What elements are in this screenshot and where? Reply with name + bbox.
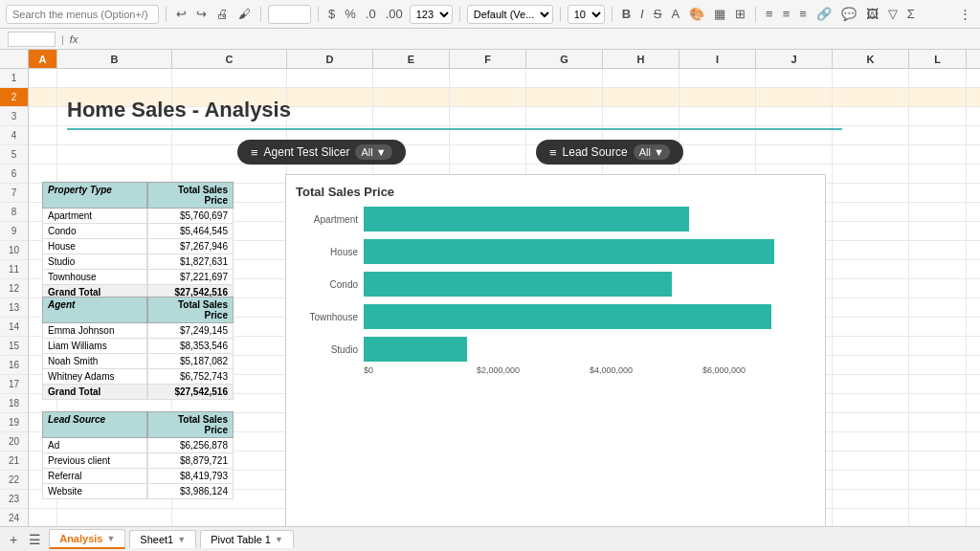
- grid-row-17[interactable]: [29, 375, 980, 394]
- cell-1-col-d[interactable]: [287, 69, 373, 87]
- cell-20-col-l[interactable]: [909, 432, 967, 451]
- cell-3-col-e[interactable]: [373, 107, 450, 125]
- tab-pivot-dropdown[interactable]: ▼: [275, 535, 283, 544]
- grid-row-6[interactable]: [29, 165, 980, 184]
- cell-10-col-k[interactable]: [833, 241, 909, 259]
- cell-1-col-b[interactable]: [57, 69, 172, 87]
- cell-23-col-f[interactable]: [450, 490, 526, 508]
- cell-14-col-l[interactable]: [909, 318, 967, 336]
- cell-16-col-l[interactable]: [909, 356, 967, 374]
- cell-1-col-g[interactable]: [526, 69, 603, 87]
- cell-16-col-h[interactable]: [603, 356, 679, 374]
- cell-16-col-j[interactable]: [756, 356, 833, 374]
- cell-15-col-g[interactable]: [526, 337, 603, 355]
- cell-9-col-c[interactable]: [172, 222, 287, 240]
- cell-9-col-h[interactable]: [603, 222, 679, 240]
- cell-13-col-b[interactable]: [57, 298, 172, 317]
- cell-17-col-h[interactable]: [603, 375, 679, 393]
- cell-2-col-e[interactable]: [373, 88, 450, 106]
- add-sheet-button[interactable]: +: [6, 530, 21, 549]
- cell-21-col-a[interactable]: [29, 452, 57, 470]
- cell-14-col-b[interactable]: [57, 318, 172, 336]
- cell-22-col-b[interactable]: [57, 471, 172, 489]
- cell-4-col-a[interactable]: [29, 126, 57, 144]
- font-color-button[interactable]: A: [668, 5, 682, 23]
- cell-23-col-d[interactable]: [287, 490, 373, 508]
- cell-12-col-h[interactable]: [603, 279, 679, 298]
- cell-3-col-d[interactable]: [287, 107, 373, 125]
- font-size-select[interactable]: 10: [568, 5, 605, 24]
- lead-source-slicer-button[interactable]: ≡ Lead Source All ▼: [536, 140, 683, 165]
- cell-6-col-a[interactable]: [29, 165, 57, 183]
- cell-7-col-k[interactable]: [833, 184, 909, 202]
- cell-7-col-j[interactable]: [756, 184, 833, 202]
- cell-13-col-j[interactable]: [756, 298, 833, 317]
- cell-7-col-e[interactable]: [373, 184, 450, 202]
- cell-17-col-i[interactable]: [679, 375, 756, 393]
- grid-row-4[interactable]: [29, 126, 980, 145]
- cell-3-col-l[interactable]: [909, 107, 967, 125]
- tab-analysis[interactable]: Analysis ▼: [49, 529, 125, 549]
- grid-row-14[interactable]: [29, 318, 980, 337]
- cell-3-col-k[interactable]: [833, 107, 909, 125]
- grid-row-11[interactable]: [29, 260, 980, 279]
- grid-row-16[interactable]: [29, 356, 980, 375]
- cell-19-col-h[interactable]: [603, 413, 679, 431]
- cell-11-col-e[interactable]: [373, 260, 450, 278]
- merge-button[interactable]: ⊞: [732, 5, 748, 23]
- cell-19-col-e[interactable]: [373, 413, 450, 431]
- cell-15-col-b[interactable]: [57, 337, 172, 355]
- cell-1-col-h[interactable]: [603, 69, 679, 87]
- undo-button[interactable]: ↩: [173, 5, 189, 23]
- decimal-dec-button[interactable]: .0: [363, 5, 379, 23]
- cell-20-col-b[interactable]: [57, 432, 172, 451]
- grid-row-21[interactable]: [29, 452, 980, 471]
- cell-7-col-l[interactable]: [909, 184, 967, 202]
- cell-6-col-h[interactable]: [603, 165, 679, 183]
- col-header-l[interactable]: L: [909, 50, 967, 68]
- cell-9-col-e[interactable]: [373, 222, 450, 240]
- cell-3-col-f[interactable]: [450, 107, 526, 125]
- cell-14-col-g[interactable]: [526, 318, 603, 336]
- more-button[interactable]: ⋮: [956, 5, 974, 23]
- cell-8-col-f[interactable]: [450, 203, 526, 221]
- cell-1-col-c[interactable]: [172, 69, 287, 87]
- grid-row-3[interactable]: [29, 107, 980, 126]
- cell-16-col-i[interactable]: [679, 356, 756, 374]
- cell-16-col-b[interactable]: [57, 356, 172, 374]
- cell-19-col-g[interactable]: [526, 413, 603, 431]
- comment-button[interactable]: 💬: [838, 5, 859, 23]
- cell-13-col-g[interactable]: [526, 298, 603, 317]
- cell-15-col-h[interactable]: [603, 337, 679, 355]
- cell-3-col-c[interactable]: [172, 107, 287, 125]
- bold-button[interactable]: B: [619, 5, 634, 23]
- grid-row-13[interactable]: [29, 298, 980, 318]
- cell-14-col-h[interactable]: [603, 318, 679, 336]
- cell-19-col-b[interactable]: [57, 413, 172, 431]
- cell-3-col-j[interactable]: [756, 107, 833, 125]
- cell-8-col-b[interactable]: [57, 203, 172, 221]
- grid-row-9[interactable]: [29, 222, 980, 241]
- cell-10-col-l[interactable]: [909, 241, 967, 259]
- grid-row-22[interactable]: [29, 471, 980, 490]
- cell-18-col-d[interactable]: [287, 394, 373, 412]
- cell-21-col-f[interactable]: [450, 452, 526, 470]
- link-button[interactable]: 🔗: [813, 5, 835, 23]
- cell-19-col-f[interactable]: [450, 413, 526, 431]
- cell-10-col-j[interactable]: [756, 241, 833, 259]
- cell-21-col-g[interactable]: [526, 452, 603, 470]
- col-header-a[interactable]: A: [29, 50, 57, 68]
- cell-15-col-i[interactable]: [679, 337, 756, 355]
- cell-15-col-j[interactable]: [756, 337, 833, 355]
- cell-7-col-a[interactable]: [29, 184, 57, 202]
- cell-24-col-k[interactable]: [833, 509, 909, 526]
- align-right-button[interactable]: ≡: [796, 5, 810, 23]
- cell-reference-input[interactable]: [8, 32, 56, 47]
- cell-20-col-i[interactable]: [679, 432, 756, 451]
- strikethrough-button[interactable]: S: [651, 5, 665, 23]
- cell-12-col-i[interactable]: [679, 279, 756, 298]
- cell-22-col-i[interactable]: [679, 471, 756, 489]
- cell-11-col-j[interactable]: [756, 260, 833, 278]
- cell-10-col-f[interactable]: [450, 241, 526, 259]
- cell-14-col-k[interactable]: [833, 318, 909, 336]
